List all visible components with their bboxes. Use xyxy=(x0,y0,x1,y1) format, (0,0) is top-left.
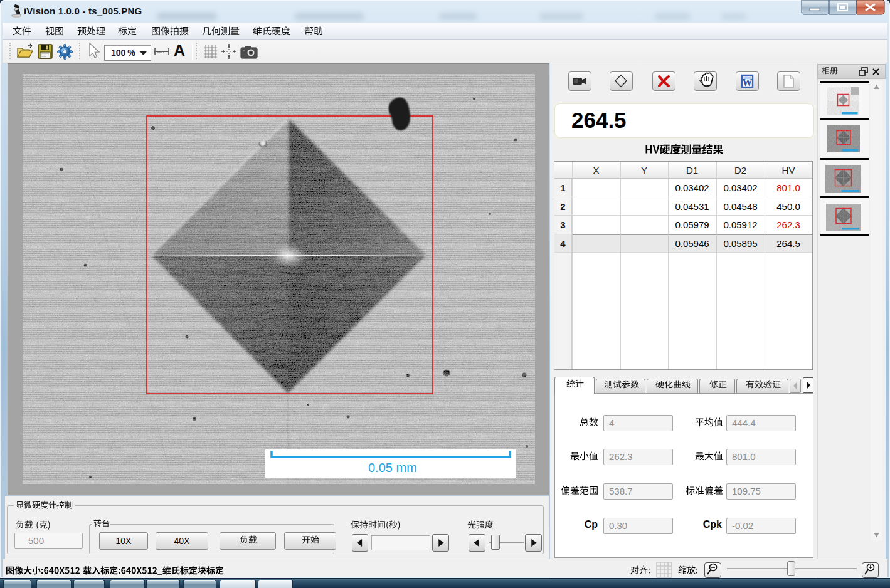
svg-text:0.05 mm: 0.05 mm xyxy=(368,461,417,475)
svg-text:W: W xyxy=(743,77,753,88)
